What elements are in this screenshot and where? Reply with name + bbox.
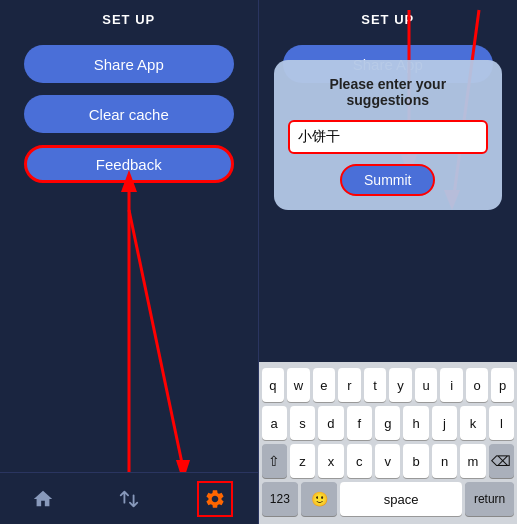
key-e[interactable]: e [313,368,336,402]
key-k[interactable]: k [460,406,485,440]
key-o[interactable]: o [466,368,489,402]
key-m[interactable]: m [460,444,485,478]
keyboard-row-3: ⇧ z x c v b n m ⌫ [262,444,515,478]
left-panel: SET UP Share App Clear cache Feedback [0,0,258,524]
key-b[interactable]: b [403,444,428,478]
key-shift[interactable]: ⇧ [262,444,287,478]
key-delete[interactable]: ⌫ [489,444,514,478]
key-l[interactable]: l [489,406,514,440]
key-h[interactable]: h [403,406,428,440]
key-d[interactable]: d [318,406,343,440]
svg-line-2 [129,210,183,468]
key-y[interactable]: y [389,368,412,402]
key-a[interactable]: a [262,406,287,440]
summit-button[interactable]: Summit [340,164,435,196]
key-123[interactable]: 123 [262,482,299,516]
left-setup-title: SET UP [102,12,155,27]
key-z[interactable]: z [290,444,315,478]
key-t[interactable]: t [364,368,387,402]
key-n[interactable]: n [432,444,457,478]
key-w[interactable]: w [287,368,310,402]
key-g[interactable]: g [375,406,400,440]
key-return[interactable]: return [465,482,514,516]
feedback-button[interactable]: Feedback [24,145,234,183]
gear-nav-icon[interactable] [197,481,233,517]
right-setup-title: SET UP [361,12,414,27]
key-x[interactable]: x [318,444,343,478]
key-space[interactable]: space [340,482,462,516]
feedback-modal: Please enter your suggestions Summit [274,60,503,210]
clear-cache-button[interactable]: Clear cache [24,95,234,133]
key-v[interactable]: v [375,444,400,478]
share-app-button[interactable]: Share App [24,45,234,83]
key-r[interactable]: r [338,368,361,402]
right-panel: SET UP Share App Please enter your sugge… [259,0,518,524]
keyboard-row-4: 123 🙂 space return [262,482,515,516]
keyboard-row-2: a s d f g h j k l [262,406,515,440]
key-emoji[interactable]: 🙂 [301,482,337,516]
key-p[interactable]: p [491,368,514,402]
key-q[interactable]: q [262,368,285,402]
key-j[interactable]: j [432,406,457,440]
modal-title: Please enter your suggestions [288,76,489,108]
arrows-nav-icon[interactable] [111,481,147,517]
key-i[interactable]: i [440,368,463,402]
key-f[interactable]: f [347,406,372,440]
home-nav-icon[interactable] [25,481,61,517]
key-c[interactable]: c [347,444,372,478]
keyboard-row-1: q w e r t y u i o p [262,368,515,402]
keyboard: q w e r t y u i o p a s d f g h j k l ⇧ … [259,362,518,524]
bottom-nav-left [0,472,258,524]
suggestions-input[interactable] [288,120,489,154]
key-u[interactable]: u [415,368,438,402]
key-s[interactable]: s [290,406,315,440]
